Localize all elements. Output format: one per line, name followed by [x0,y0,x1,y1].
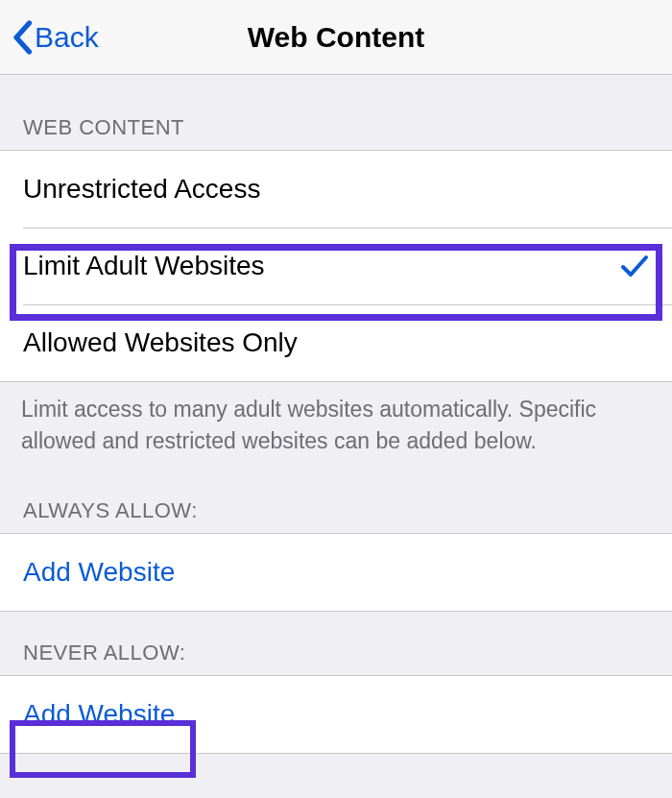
section-footer-webcontent: Limit access to many adult websites auto… [0,382,672,470]
option-limit-adult-websites[interactable]: Limit Adult Websites [0,228,672,304]
checkmark-icon [620,254,649,278]
add-website-label: Add Website [23,699,649,730]
never-allow-group: Add Website [0,675,672,754]
option-label: Allowed Websites Only [23,327,649,358]
option-label: Unrestricted Access [23,174,649,205]
option-allowed-websites-only[interactable]: Allowed Websites Only [0,304,672,381]
option-unrestricted-access[interactable]: Unrestricted Access [0,151,672,228]
section-header-never-allow: NEVER ALLOW: [0,612,672,675]
back-button[interactable]: Back [12,20,99,55]
back-label: Back [35,21,99,54]
section-header-webcontent: WEB CONTENT [0,75,672,150]
add-website-always-allow[interactable]: Add Website [0,534,672,611]
option-label: Limit Adult Websites [23,251,620,281]
always-allow-group: Add Website [0,533,672,612]
add-website-never-allow[interactable]: Add Website [0,676,672,753]
navbar: Back Web Content [0,0,672,75]
section-header-always-allow: ALWAYS ALLOW: [0,470,672,533]
chevron-left-icon [12,20,33,55]
page-title: Web Content [0,21,672,54]
webcontent-options-group: Unrestricted Access Limit Adult Websites… [0,150,672,382]
add-website-label: Add Website [23,557,649,588]
